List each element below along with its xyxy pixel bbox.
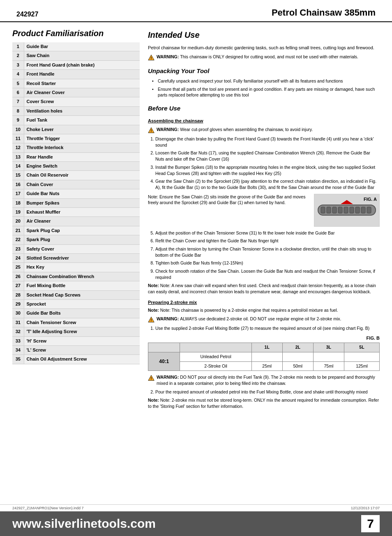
part-number: 22 xyxy=(12,235,24,244)
part-name: 'H' Screw xyxy=(24,336,140,345)
warning-pour-icon: ! xyxy=(148,375,154,381)
header: 242927 Petrol Chainsaw 385mm xyxy=(0,0,392,22)
part-number: 12 xyxy=(12,143,24,152)
table-row: 31Chain Tensioner Screw xyxy=(12,318,140,327)
footer: www.silverlinetools.com 7 xyxy=(0,511,392,536)
part-number: 34 xyxy=(12,345,24,354)
fig-b-ratio: 40:1 xyxy=(148,352,180,371)
warning-label: WARNING: xyxy=(157,54,180,59)
table-row: 25Hex Key xyxy=(12,263,140,272)
note-label2: Note: xyxy=(148,308,160,313)
part-name: Guide Bar Nuts xyxy=(24,189,140,198)
list-item: Install the Bumper Spikes (18) to the ap… xyxy=(155,164,380,176)
fig-b-th-2L: 2L xyxy=(282,343,313,352)
fig-a-image: FIG. A xyxy=(314,194,380,227)
table-row: 4Front Handle xyxy=(12,70,140,79)
doc-info-right: 12/12/2013 17:07 xyxy=(351,506,380,510)
fig-b-wrapper: FIG. B 1L 2L 3L 5L xyxy=(148,335,380,371)
fig-a-label: FIG. A xyxy=(364,196,377,203)
list-item: Disengage the chain brake by pulling the… xyxy=(155,136,380,148)
fig-b-th-5L: 5L xyxy=(344,343,379,352)
step-pour-list: Pour the required amount of unleaded pet… xyxy=(148,389,380,395)
part-name: Exhaust Muffler xyxy=(24,208,140,217)
part-name: Throttle Interlock xyxy=(24,143,140,152)
part-number: 6 xyxy=(12,88,24,97)
part-number: 17 xyxy=(12,189,24,198)
part-number: 23 xyxy=(12,244,24,253)
part-number: 20 xyxy=(12,217,24,226)
preparing-steps-list: Use the supplied 2-stroke Fuel Mixing Bo… xyxy=(148,325,380,331)
part-name: Guide Bar xyxy=(24,42,140,51)
note-label: Note: xyxy=(148,283,160,288)
fig-b-row2-v2: 50ml xyxy=(282,361,313,371)
svg-rect-7 xyxy=(332,207,337,213)
table-row: 26Chainsaw Combination Wrench xyxy=(12,272,140,281)
fig-b-th-3L: 3L xyxy=(313,343,344,352)
before-use-title: Before Use xyxy=(148,104,380,113)
part-name: Spark Plug Cap xyxy=(24,226,140,235)
fig-b-th-empty xyxy=(180,343,251,352)
part-number: 32 xyxy=(12,327,24,336)
fig-b-row1-v3 xyxy=(313,352,344,361)
svg-text:!: ! xyxy=(151,318,152,322)
list-item: Adjust the position of the Chain Tension… xyxy=(155,230,380,236)
assembling-warning-icon: ! xyxy=(148,127,154,133)
part-number: 21 xyxy=(12,226,24,235)
intended-use-warning-block: ! WARNING: This chainsaw is ONLY designe… xyxy=(148,54,380,61)
part-name: Recoil Starter xyxy=(24,79,140,88)
part-name: Chainsaw Combination Wrench xyxy=(24,272,140,281)
svg-text:!: ! xyxy=(151,56,152,60)
part-number: 8 xyxy=(12,106,24,115)
part-name: Slotted Screwdriver xyxy=(24,253,140,262)
part-number: 13 xyxy=(12,152,24,161)
svg-rect-13 xyxy=(367,207,371,213)
list-item: Refit the Chain Cover and tighten the Gu… xyxy=(155,238,380,244)
part-name: Guide Bar Bolts xyxy=(24,309,140,318)
fig-b-row1-label: Unleaded Petrol xyxy=(180,352,251,361)
note-storage: Note: Note: 2-stroke mix must not be sto… xyxy=(148,397,380,409)
part-number: 1 xyxy=(12,42,24,51)
table-row: 29Sprocket xyxy=(12,299,140,308)
warning-label3: WARNING: xyxy=(157,316,180,321)
list-item: Gear the Saw Chain (2) to the Sprocket (… xyxy=(155,178,380,190)
svg-rect-10 xyxy=(350,207,354,213)
part-name: Saw Chain xyxy=(24,51,140,60)
part-name: Air Cleaner xyxy=(24,217,140,226)
preparing-step1: Use the supplied 2-stroke Fuel Mixing Bo… xyxy=(155,325,380,331)
fig-a-wrapper: Note: Ensure the Saw Chain (2) sits insi… xyxy=(148,194,380,227)
svg-rect-12 xyxy=(361,207,365,213)
part-name: Chain Tensioner Screw xyxy=(24,318,140,327)
note-new-chain: Note: Note: A new saw chain will expand … xyxy=(148,283,380,294)
table-row: 22Spark Plug xyxy=(12,235,140,244)
table-row: 11Throttle Trigger xyxy=(12,134,140,143)
fig-b-row2-label: 2-Stroke Oil xyxy=(180,361,251,371)
assembling-steps2-list: Adjust the position of the Chain Tension… xyxy=(148,230,380,281)
part-name: Hex Key xyxy=(24,263,140,272)
svg-rect-9 xyxy=(344,207,348,213)
fig-b-row2-v4: 125ml xyxy=(344,361,379,371)
assembling-warning-block: ! WARNING: Wear cut-proof gloves when as… xyxy=(148,127,380,133)
part-number: 11 xyxy=(12,134,24,143)
warning-label2: WARNING: xyxy=(157,127,180,132)
table-row: 20Air Cleaner xyxy=(12,217,140,226)
part-name: Chain Oil Reservoir xyxy=(24,171,140,180)
doc-number: 242927 xyxy=(16,11,38,18)
part-number: 35 xyxy=(12,355,24,364)
fig-b-row1-v4 xyxy=(344,352,379,361)
table-row: 18Bumper Spikes xyxy=(12,198,140,207)
table-row: 5Recoil Starter xyxy=(12,79,140,88)
unpacking-title: Unpacking Your Tool xyxy=(148,67,380,76)
part-name: 'L' Screw xyxy=(24,345,140,354)
svg-rect-6 xyxy=(327,207,331,213)
table-row: 24Slotted Screwdriver xyxy=(12,253,140,262)
intended-use-warning-text: WARNING: This chainsaw is ONLY designed … xyxy=(157,54,358,60)
part-name: Bumper Spikes xyxy=(24,198,140,207)
part-name: Safety Cover xyxy=(24,244,140,253)
intended-use-text: Petrol chainsaw for medium-duty domestic… xyxy=(148,44,380,51)
intended-use-title: Intended Use xyxy=(148,29,380,41)
assembling-warning-text: WARNING: Wear cut-proof gloves when asse… xyxy=(157,127,313,133)
table-row: 32'T' Idle Adjusting Screw xyxy=(12,327,140,336)
part-number: 26 xyxy=(12,272,24,281)
part-number: 18 xyxy=(12,198,24,207)
warning-pour-block: ! WARNING: DO NOT pour oil directly into… xyxy=(148,374,380,386)
